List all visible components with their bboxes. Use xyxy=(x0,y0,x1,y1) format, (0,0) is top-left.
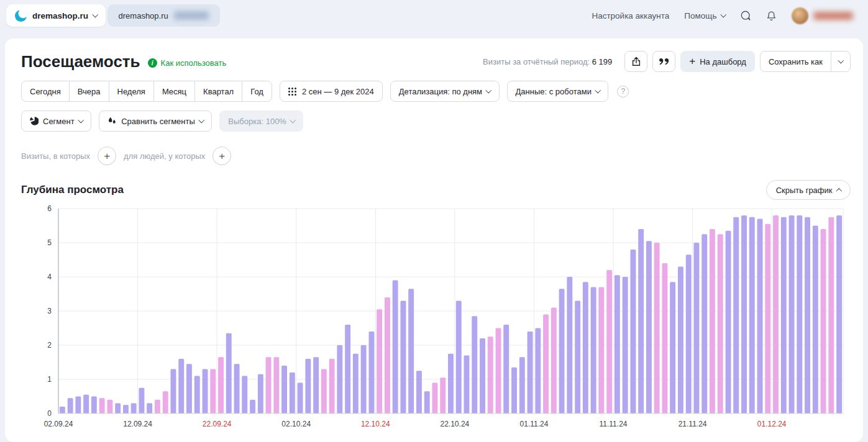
svg-text:01.11.24: 01.11.24 xyxy=(520,420,549,428)
svg-text:22.09.24: 22.09.24 xyxy=(203,420,232,428)
svg-text:6: 6 xyxy=(47,204,52,213)
hide-chart-button[interactable]: Скрыть график xyxy=(766,180,851,200)
plus-icon: + xyxy=(689,56,695,66)
annotations-icon xyxy=(659,58,669,66)
svg-text:5: 5 xyxy=(47,238,52,247)
help-label: Помощь xyxy=(684,11,716,20)
period-toolbar: Сегодня Вчера Неделя Месяц Квартал Год 2… xyxy=(21,81,851,102)
segment-label: Сегмент xyxy=(43,117,75,126)
info-icon: i xyxy=(148,58,157,68)
chevron-down-icon xyxy=(290,117,296,122)
export-button[interactable] xyxy=(624,51,647,72)
calendar-grid-icon xyxy=(288,88,296,96)
bell-icon[interactable] xyxy=(766,11,777,21)
segment-pie-icon xyxy=(30,117,39,125)
chart-title: Глубина просмотра xyxy=(21,184,124,196)
counter-id-blurred xyxy=(174,11,209,20)
segment-toolbar: Сегмент Сравнить сегменты Выборка: 100% xyxy=(21,110,851,132)
counter-selector[interactable]: dremashop.ru xyxy=(6,4,106,27)
metrica-logo-icon xyxy=(14,9,27,22)
question-icon[interactable]: ? xyxy=(617,86,629,97)
svg-text:01.12.24: 01.12.24 xyxy=(757,420,787,428)
counter-tab-name: dremashop.ru xyxy=(119,11,168,20)
chevron-up-icon xyxy=(836,188,841,194)
annotations-button[interactable] xyxy=(652,51,675,72)
svg-text:0: 0 xyxy=(47,409,52,418)
svg-text:12.10.24: 12.10.24 xyxy=(361,420,390,428)
people-condition-label: для людей, у которых xyxy=(124,151,205,161)
chat-icon[interactable] xyxy=(740,10,751,21)
chevron-down-icon xyxy=(486,87,491,92)
period-tab-week[interactable]: Неделя xyxy=(109,81,154,102)
user-name-blurred xyxy=(813,12,853,20)
save-as-dropdown-button[interactable] xyxy=(831,51,851,72)
how-to-use-label: Как использовать xyxy=(161,58,227,68)
compare-segments-label: Сравнить сегменты xyxy=(121,117,195,126)
title-row: Посещаемость i Как использовать Визиты з… xyxy=(21,51,851,72)
save-as-split-button: Сохранить как xyxy=(760,51,851,72)
compare-drops-icon xyxy=(107,117,117,125)
how-to-use-link[interactable]: i Как использовать xyxy=(148,58,227,68)
depth-chart[interactable]: 012345602.09.2412.09.2422.09.2402.10.241… xyxy=(21,204,851,434)
counter-name: dremashop.ru xyxy=(32,11,88,20)
data-mode-dropdown[interactable]: Данные: с роботами xyxy=(507,81,609,102)
svg-text:22.10.24: 22.10.24 xyxy=(441,420,470,428)
hide-chart-label: Скрыть график xyxy=(776,186,833,195)
chevron-down-icon xyxy=(595,87,601,92)
visits-period-value: 6 199 xyxy=(592,57,613,66)
svg-text:4: 4 xyxy=(47,273,52,281)
segment-dropdown[interactable]: Сегмент xyxy=(21,110,91,132)
period-tab-month[interactable]: Месяц xyxy=(153,81,195,102)
export-icon xyxy=(631,56,641,66)
counter-tab[interactable]: dremashop.ru xyxy=(107,4,220,27)
help-menu[interactable]: Помощь xyxy=(684,11,725,20)
page-title: Посещаемость xyxy=(21,52,140,71)
avatar xyxy=(792,7,808,24)
compare-segments-dropdown[interactable]: Сравнить сегменты xyxy=(99,110,212,132)
svg-text:2: 2 xyxy=(47,341,52,350)
period-tab-year[interactable]: Год xyxy=(242,81,272,102)
chevron-down-icon xyxy=(78,117,83,122)
period-tab-today[interactable]: Сегодня xyxy=(21,81,70,102)
svg-text:1: 1 xyxy=(47,375,52,384)
visits-condition-label: Визиты, в которых xyxy=(21,151,90,161)
save-as-button[interactable]: Сохранить как xyxy=(760,51,831,72)
svg-text:02.10.24: 02.10.24 xyxy=(281,420,311,428)
svg-text:11.11.24: 11.11.24 xyxy=(600,420,628,428)
detalization-label: Детализация: по дням xyxy=(399,87,482,96)
sampling-label: Выборка: 100% xyxy=(228,117,286,126)
add-visit-filter-button[interactable]: + xyxy=(98,147,116,165)
counter-switcher-group: dremashop.ru dremashop.ru xyxy=(6,4,220,27)
add-people-filter-button[interactable]: + xyxy=(212,147,231,165)
period-tab-quarter[interactable]: Квартал xyxy=(194,81,242,102)
user-menu[interactable] xyxy=(792,7,853,24)
period-tabs: Сегодня Вчера Неделя Месяц Квартал Год xyxy=(21,81,272,102)
top-nav: Настройка аккаунта Помощь xyxy=(592,7,853,24)
visits-period-label: Визиты за отчётный период: xyxy=(483,57,590,66)
data-mode-label: Данные: с роботами xyxy=(516,87,592,96)
chevron-down-icon xyxy=(93,11,98,17)
date-range-button[interactable]: 2 сен — 9 дек 2024 xyxy=(280,81,383,102)
add-to-dashboard-button[interactable]: + На дашборд xyxy=(680,51,755,72)
svg-text:02.09.24: 02.09.24 xyxy=(44,420,73,428)
top-bar: dremashop.ru dremashop.ru Настройка акка… xyxy=(0,0,868,31)
sampling-dropdown[interactable]: Выборка: 100% xyxy=(219,110,303,132)
svg-text:21.11.24: 21.11.24 xyxy=(678,420,707,428)
chevron-down-icon xyxy=(720,11,726,17)
filter-bar: Визиты, в которых + для людей, у которых… xyxy=(21,147,851,165)
svg-text:12.09.24: 12.09.24 xyxy=(123,420,152,428)
date-range-label: 2 сен — 9 дек 2024 xyxy=(302,87,374,96)
dashboard-label: На дашборд xyxy=(700,57,746,66)
svg-text:3: 3 xyxy=(47,307,52,315)
chevron-down-icon xyxy=(838,57,843,63)
visits-period: Визиты за отчётный период: 6 199 xyxy=(483,57,612,66)
period-tab-yesterday[interactable]: Вчера xyxy=(69,81,109,102)
detalization-dropdown[interactable]: Детализация: по дням xyxy=(390,81,500,102)
account-settings-link[interactable]: Настройка аккаунта xyxy=(592,11,669,20)
report-card: Посещаемость i Как использовать Визиты з… xyxy=(5,38,863,442)
chevron-down-icon xyxy=(198,117,204,122)
chart-header: Глубина просмотра Скрыть график xyxy=(21,180,851,200)
